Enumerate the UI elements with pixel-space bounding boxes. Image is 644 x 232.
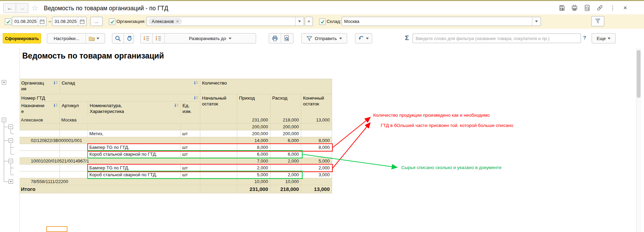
save-icon[interactable] [558, 4, 566, 12]
cell-naznach[interactable] [20, 165, 60, 171]
cell-begin-balance[interactable] [200, 185, 237, 193]
cell-in-qty[interactable]: 2,000 [237, 165, 270, 171]
print-preview-button[interactable] [281, 34, 292, 43]
cell-out-qty[interactable] [270, 165, 301, 171]
header-group-expander[interactable]: + [2, 80, 6, 85]
org-clear-button[interactable]: × [305, 17, 313, 26]
collapse-group-icon[interactable]: − [2, 118, 6, 122]
org-tag[interactable]: Алексанов × [148, 18, 182, 25]
cell-nomenclature[interactable] [88, 124, 181, 130]
cell-organization[interactable]: Алексанов [20, 117, 60, 124]
cell-begin-balance[interactable] [200, 151, 237, 158]
print-icon[interactable] [571, 4, 578, 12]
sklad-dropdown-button[interactable] [532, 17, 541, 26]
org-dropdown-button[interactable] [295, 17, 304, 26]
header-nom[interactable]: Номенклатура, Характеристика [88, 102, 181, 117]
more-actions-button[interactable]: Еще [592, 33, 616, 43]
cell-unit[interactable] [181, 124, 200, 130]
cell-gtd-number[interactable]: 02/120822/3В000001/001 [20, 137, 200, 144]
scrollbar-thumb[interactable] [637, 50, 641, 98]
cell-article[interactable] [60, 165, 88, 171]
cell-unit[interactable]: шт [181, 171, 200, 178]
cell-end-balance[interactable]: 2,000 [301, 165, 332, 171]
cell-nomenclature[interactable]: Бампер TG по ГТД, [88, 165, 181, 171]
filter-settings-button[interactable] [591, 16, 604, 26]
cell-in-qty[interactable]: 14,000 [237, 137, 270, 144]
help-button[interactable]: ? [583, 35, 586, 40]
favorite-star-icon[interactable]: ☆ [31, 4, 38, 13]
preview-icon[interactable] [583, 4, 591, 12]
cell-warehouse[interactable]: Москва [60, 117, 200, 124]
header-art[interactable]: Артикул [60, 102, 88, 117]
cell-in-qty[interactable]: 200,000 [237, 124, 270, 130]
search-button[interactable] [112, 34, 124, 43]
cell-end-balance[interactable]: 8,000 [301, 137, 332, 144]
header-unit[interactable]: Ед. изм. [181, 102, 200, 117]
cell-out-qty[interactable]: 6,000 [270, 151, 301, 158]
cell-out-qty[interactable]: 2,000 [270, 171, 301, 178]
close-icon[interactable]: × [621, 4, 629, 12]
cell-gtd-number[interactable]: 78/558/1111/22200 [20, 178, 200, 185]
cell-article[interactable] [60, 124, 88, 130]
sklad-field[interactable]: Москва [342, 17, 541, 26]
period-more-button[interactable]: ... [90, 17, 103, 26]
calendar-icon[interactable] [38, 17, 46, 26]
cell-naznach[interactable] [20, 144, 60, 151]
generate-button[interactable]: Сформировать [3, 33, 41, 43]
undo-button[interactable] [355, 34, 372, 43]
cell-naznach[interactable] [20, 171, 60, 178]
cell-total-label[interactable]: Итого [20, 185, 200, 193]
header-out[interactable]: Расход [270, 94, 301, 117]
back-button[interactable]: ← [3, 3, 16, 13]
cell-in-qty[interactable]: 7,000 [237, 158, 270, 165]
cell-nomenclature[interactable]: Короб стальной сварной по ГТД, [88, 171, 181, 178]
cell-article[interactable] [60, 151, 88, 158]
cell-naznach[interactable] [20, 124, 60, 130]
selected-cell-outline[interactable] [46, 226, 67, 232]
cell-naznach[interactable] [20, 151, 60, 158]
cell-naznach[interactable] [20, 130, 60, 137]
cell-unit[interactable]: шт [181, 130, 200, 137]
cell-end-balance[interactable] [301, 151, 332, 158]
sklad-checkbox[interactable] [319, 18, 326, 25]
remove-tag-icon[interactable]: × [176, 19, 179, 24]
cell-in-qty[interactable]: 231,000 [237, 185, 270, 193]
expand-to-button[interactable]: Разворачивать до [164, 34, 256, 43]
header-end-balance[interactable]: Конечный остаток [301, 94, 332, 117]
header-gtd[interactable]: Номер ГТД [20, 94, 200, 102]
expand-group-icon[interactable]: + [9, 179, 13, 184]
send-button[interactable]: Отправить [302, 34, 347, 43]
cell-end-balance[interactable]: 13,000 [301, 185, 332, 193]
header-in[interactable]: Приход [237, 94, 270, 117]
cell-in-qty[interactable]: 5,000 [237, 171, 270, 178]
cell-gtd-number[interactable]: 10001020/010521/0014967/1 [20, 158, 200, 165]
cell-begin-balance[interactable] [200, 171, 237, 178]
header-sklad[interactable]: Склад [60, 79, 200, 94]
cell-end-balance[interactable] [301, 124, 332, 130]
cell-begin-balance[interactable] [200, 137, 237, 144]
org-field[interactable]: Алексанов × [147, 17, 304, 26]
collapse-group-icon[interactable]: − [9, 138, 13, 143]
cell-begin-balance[interactable] [200, 178, 237, 185]
cell-unit[interactable]: шт [181, 144, 200, 151]
cell-out-qty[interactable]: 6,000 [270, 137, 301, 144]
cell-end-balance[interactable] [301, 178, 332, 185]
period-checkbox[interactable] [5, 18, 11, 25]
cell-article[interactable] [60, 144, 88, 151]
print-button[interactable] [269, 34, 281, 43]
cell-unit[interactable]: шт [181, 165, 200, 171]
cell-end-balance[interactable]: 8,000 [301, 144, 332, 151]
cell-in-qty[interactable]: 10,000 [237, 178, 270, 185]
cell-begin-balance[interactable] [200, 144, 237, 151]
quick-filter-input[interactable] [413, 34, 581, 43]
cell-out-qty[interactable]: 218,000 [270, 117, 301, 124]
header-org[interactable]: Организация [20, 79, 60, 94]
header-begin-balance[interactable]: Начальный остаток [200, 94, 237, 117]
cell-end-balance[interactable] [301, 130, 332, 137]
forward-button[interactable]: → [16, 3, 28, 13]
calendar-icon[interactable] [78, 17, 86, 26]
header-qty[interactable]: Количество [200, 79, 332, 94]
cell-begin-balance[interactable] [200, 158, 237, 165]
cell-begin-balance[interactable] [200, 130, 237, 137]
cell-nomenclature[interactable]: Метиз, [88, 130, 181, 137]
